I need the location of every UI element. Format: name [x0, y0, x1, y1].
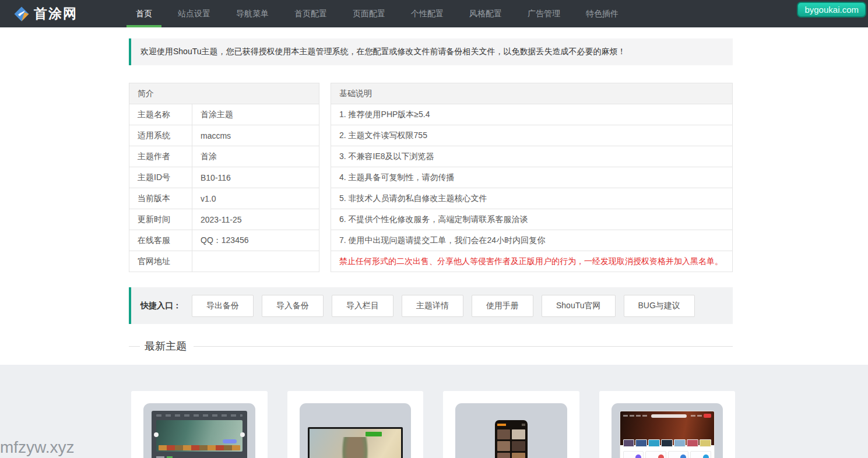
- table-row: 更新时间 2023-11-25: [129, 209, 319, 230]
- intro-value: maccms: [192, 125, 319, 146]
- intro-label: 主题ID号: [129, 167, 192, 188]
- nav-item-plugins[interactable]: 特色插件: [577, 0, 628, 27]
- table-row: 6. 不提供个性化修改服务，高端定制请联系客服洽谈: [331, 209, 733, 230]
- basic-table-title: 基础说明: [331, 83, 733, 104]
- brand-name: 首涂网: [34, 5, 78, 23]
- intro-value: 2023-11-25: [192, 209, 319, 230]
- nav-item-style-config[interactable]: 风格配置: [460, 0, 511, 27]
- license-warning: 禁止任何形式的二次出售、分享他人等侵害作者及正版用户的行为，一经发现取消授权资格…: [331, 251, 733, 272]
- table-row: 3. 不兼容IE8及以下浏览器: [331, 146, 733, 167]
- intro-table-title: 简介: [129, 83, 319, 104]
- basic-rule: 7. 使用中出现问题请提交工单，我们会在24小时内回复你: [331, 230, 733, 251]
- table-row: 禁止任何形式的二次出售、分享他人等侵害作者及正版用户的行为，一经发现取消授权资格…: [331, 251, 733, 272]
- theme-preview-frame: [143, 403, 255, 458]
- main-nav: 首页 站点设置 导航菜单 首页配置 页面配置 个性配置 风格配置 广告管理 特色…: [123, 0, 631, 27]
- latest-themes-title: 最新主题: [145, 339, 187, 353]
- intro-label: 更新时间: [129, 209, 192, 230]
- theme-details-button[interactable]: 主题详情: [402, 295, 463, 317]
- theme-preview-image: [620, 411, 715, 458]
- intro-value: [192, 251, 319, 272]
- basic-rule: 5. 非技术人员请勿私自修改主题核心文件: [331, 188, 733, 209]
- watermark: mfzyw.xyz: [0, 438, 75, 457]
- intro-label: 主题名称: [129, 104, 192, 125]
- theme-card-pc-dark-movie[interactable]: [131, 391, 268, 458]
- theme-card-mobile[interactable]: [443, 391, 579, 458]
- quick-entry-bar: 快捷入口： 导出备份 导入备份 导入栏目 主题详情 使用手册 ShouTu官网 …: [129, 287, 733, 324]
- theme-preview-image: [152, 411, 247, 458]
- site-badge[interactable]: bygoukai.com: [797, 2, 866, 17]
- basic-rule: 6. 不提供个性化修改服务，高端定制请联系客服洽谈: [331, 209, 733, 230]
- table-row: 4. 主题具备可复制性，请勿传播: [331, 167, 733, 188]
- intro-table: 简介 主题名称 首涂主题 适用系统 maccms 主题作者 首涂 主题ID号 B…: [129, 83, 319, 272]
- table-row: 主题名称 首涂主题: [129, 104, 319, 125]
- nav-item-site-settings[interactable]: 站点设置: [168, 0, 220, 27]
- quick-entry-label: 快捷入口：: [140, 301, 181, 311]
- table-row: 2. 主题文件读写权限755: [331, 125, 733, 146]
- brand-logo[interactable]: 首涂网: [14, 5, 78, 23]
- import-columns-button[interactable]: 导入栏目: [332, 295, 393, 317]
- table-row: 主题作者 首涂: [129, 146, 319, 167]
- table-row: 5. 非技术人员请勿私自修改主题核心文件: [331, 188, 733, 209]
- divider-dash: [129, 346, 140, 347]
- basic-rule: 2. 主题文件读写权限755: [331, 125, 733, 146]
- intro-value: B10-116: [192, 167, 319, 188]
- basic-info-table: 基础说明 1. 推荐使用PHP版本≥5.4 2. 主题文件读写权限755 3. …: [331, 83, 733, 272]
- latest-themes-divider: 最新主题: [129, 339, 733, 353]
- nav-item-ad-manage[interactable]: 广告管理: [518, 0, 570, 27]
- theme-preview-image: [308, 427, 403, 458]
- theme-preview-image: [463, 411, 559, 458]
- intro-value: 首涂主题: [192, 104, 319, 125]
- intro-value: QQ：123456: [192, 230, 319, 251]
- table-row: 1. 推荐使用PHP版本≥5.4: [331, 104, 733, 125]
- basic-rule: 3. 不兼容IE8及以下浏览器: [331, 146, 733, 167]
- table-row: 7. 使用中出现问题请提交工单，我们会在24小时内回复你: [331, 230, 733, 251]
- shoutu-site-button[interactable]: ShouTu官网: [542, 295, 616, 317]
- table-row: 官网地址: [129, 251, 319, 272]
- intro-value: v1.0: [192, 188, 319, 209]
- table-row: 当前版本 v1.0: [129, 188, 319, 209]
- nav-item-nav-menu[interactable]: 导航菜单: [227, 0, 278, 27]
- nav-item-home[interactable]: 首页: [126, 0, 161, 27]
- theme-card-video-player[interactable]: [287, 391, 424, 458]
- nav-item-personal-config[interactable]: 个性配置: [402, 0, 453, 27]
- main-content: 欢迎使用ShouTu主题，您已获得授权使用本主题管理系统，在您配置或修改文件前请…: [129, 38, 733, 353]
- brand-diamond-icon: [14, 6, 29, 22]
- nav-item-home-config[interactable]: 首页配置: [285, 0, 336, 27]
- intro-value: 首涂: [192, 146, 319, 167]
- table-row: 在线客服 QQ：123456: [129, 230, 319, 251]
- export-backup-button[interactable]: 导出备份: [192, 295, 254, 317]
- divider-line: [194, 346, 733, 347]
- nav-item-page-config[interactable]: 页面配置: [343, 0, 395, 27]
- intro-label: 适用系统: [129, 125, 192, 146]
- welcome-notice: 欢迎使用ShouTu主题，您已获得授权使用本主题管理系统，在您配置或修改文件前请…: [129, 38, 733, 65]
- theme-preview-frame: [455, 403, 567, 458]
- top-navbar: 首涂网 首页 站点设置 导航菜单 首页配置 页面配置 个性配置 风格配置 广告管…: [0, 0, 868, 27]
- basic-rule: 1. 推荐使用PHP版本≥5.4: [331, 104, 733, 125]
- intro-label: 主题作者: [129, 146, 192, 167]
- import-backup-button[interactable]: 导入备份: [262, 295, 324, 317]
- theme-card-pc-light[interactable]: [599, 391, 736, 458]
- user-manual-button[interactable]: 使用手册: [472, 295, 533, 317]
- theme-preview-frame: [612, 403, 723, 458]
- bug-suggest-button[interactable]: BUG与建议: [624, 295, 695, 317]
- table-row: 适用系统 maccms: [129, 125, 319, 146]
- intro-label: 官网地址: [129, 251, 192, 272]
- latest-themes-section: [0, 365, 868, 458]
- table-row: 主题ID号 B10-116: [129, 167, 319, 188]
- intro-label: 在线客服: [129, 230, 192, 251]
- welcome-notice-text: 欢迎使用ShouTu主题，您已获得授权使用本主题管理系统，在您配置或修改文件前请…: [140, 47, 626, 57]
- intro-label: 当前版本: [129, 188, 192, 209]
- basic-rule: 4. 主题具备可复制性，请勿传播: [331, 167, 733, 188]
- theme-preview-frame: [300, 403, 412, 458]
